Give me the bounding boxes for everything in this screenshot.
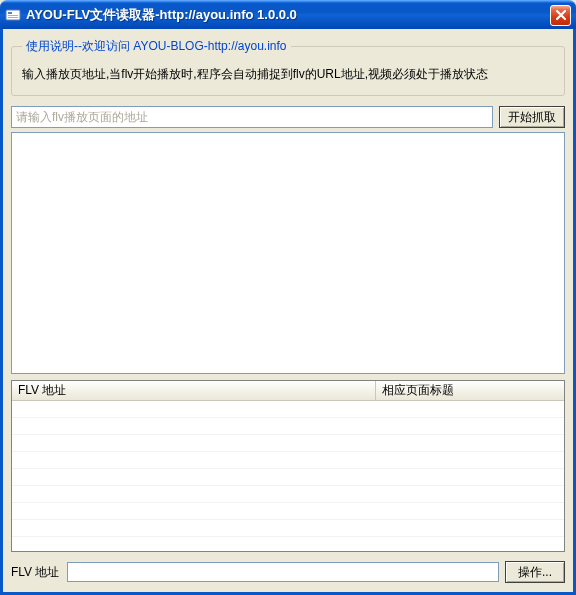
page-url-input[interactable]: [11, 106, 493, 128]
instructions-text: 输入播放页地址,当flv开始播放时,程序会自动捕捉到flv的URL地址,视频必须…: [22, 65, 554, 83]
table-header: FLV 地址 相应页面标题: [12, 381, 564, 401]
table-row[interactable]: [12, 486, 564, 503]
table-body[interactable]: [12, 401, 564, 551]
column-flv-url[interactable]: FLV 地址: [12, 381, 376, 400]
start-capture-button[interactable]: 开始抓取: [499, 106, 565, 128]
table-row[interactable]: [12, 435, 564, 452]
svg-rect-2: [8, 15, 18, 16]
svg-rect-3: [8, 17, 18, 18]
table-row[interactable]: [12, 401, 564, 418]
close-button[interactable]: [550, 5, 571, 26]
close-icon: [555, 9, 567, 21]
instructions-group: 使用说明--欢迎访问 AYOU-BLOG-http://ayou.info 输入…: [11, 38, 565, 96]
table-row[interactable]: [12, 520, 564, 537]
log-textarea[interactable]: [11, 132, 565, 374]
url-input-row: 开始抓取: [11, 106, 565, 128]
table-row[interactable]: [12, 452, 564, 469]
app-icon: [5, 7, 21, 23]
svg-rect-1: [8, 12, 12, 14]
flv-url-output[interactable]: [67, 562, 499, 582]
titlebar: AYOU-FLV文件读取器-http://ayou.info 1.0.0.0: [0, 0, 576, 29]
flv-url-label: FLV 地址: [11, 564, 61, 581]
table-row[interactable]: [12, 469, 564, 486]
table-row[interactable]: [12, 418, 564, 435]
window-title: AYOU-FLV文件读取器-http://ayou.info 1.0.0.0: [26, 6, 550, 24]
table-row[interactable]: [12, 537, 564, 552]
instructions-legend: 使用说明--欢迎访问 AYOU-BLOG-http://ayou.info: [22, 38, 291, 55]
bottom-row: FLV 地址 操作...: [11, 560, 565, 584]
client-area: 使用说明--欢迎访问 AYOU-BLOG-http://ayou.info 输入…: [0, 29, 576, 595]
operation-button[interactable]: 操作...: [505, 561, 565, 583]
table-row[interactable]: [12, 503, 564, 520]
results-table: FLV 地址 相应页面标题: [11, 380, 565, 552]
column-page-title[interactable]: 相应页面标题: [376, 381, 564, 400]
